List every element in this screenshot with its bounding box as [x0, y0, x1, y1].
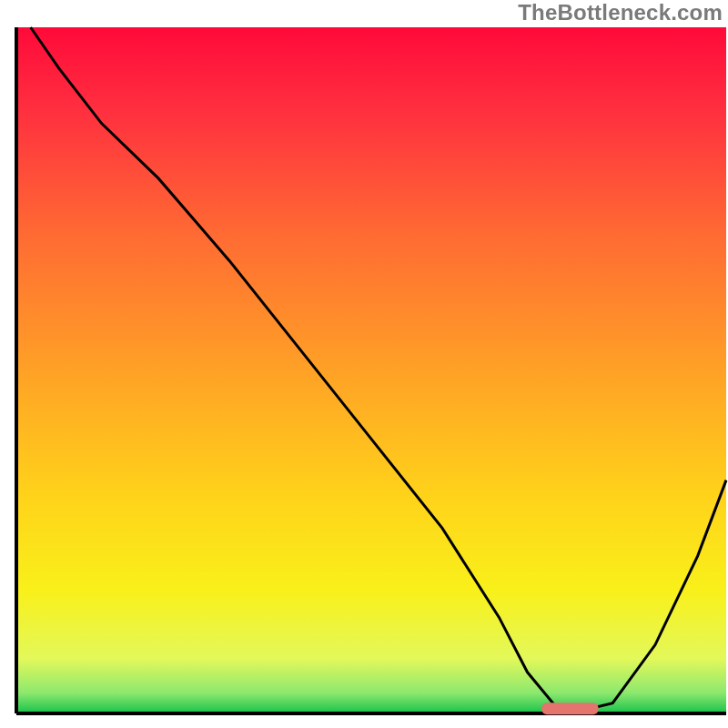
sweet-spot-marker: [541, 703, 598, 714]
bottleneck-chart: [0, 0, 728, 728]
chart-container: TheBottleneck.com: [0, 0, 728, 728]
plot-area: [16, 27, 726, 714]
watermark-text: TheBottleneck.com: [518, 0, 723, 25]
gradient-background: [16, 27, 726, 713]
